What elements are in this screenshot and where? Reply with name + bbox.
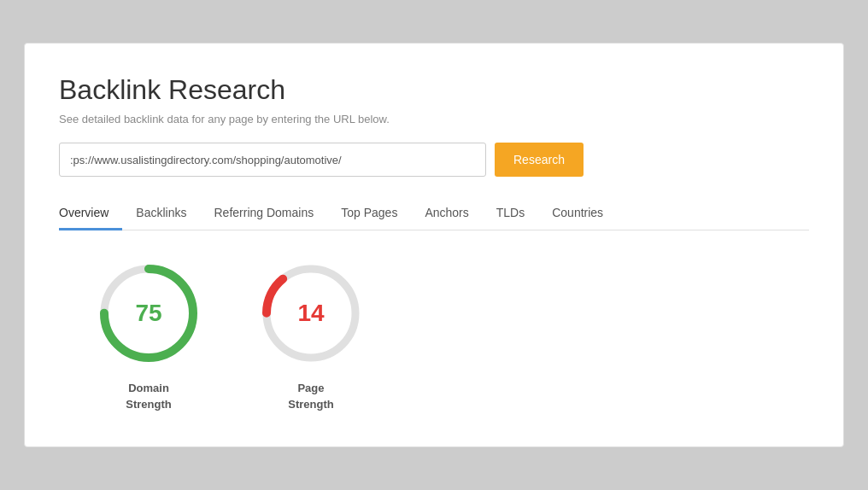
tab-tlds[interactable]: TLDs (483, 197, 538, 230)
main-card: Backlink Research See detailed backlink … (24, 43, 844, 446)
domain-strength-value: 75 (135, 300, 161, 327)
page-title: Backlink Research (59, 74, 809, 106)
url-input[interactable] (59, 143, 486, 177)
page-subtitle: See detailed backlink data for any page … (59, 113, 809, 125)
domain-strength-gauge: 75 (93, 258, 204, 369)
page-strength-label: PageStrength (288, 381, 333, 411)
tab-backlinks[interactable]: Backlinks (122, 197, 200, 230)
page-strength-gauge: 14 (255, 258, 367, 369)
research-button[interactable]: Research (495, 143, 584, 177)
page-strength-value: 14 (297, 300, 324, 327)
tabs-nav: Overview Backlinks Referring Domains Top… (59, 197, 809, 230)
domain-strength-metric: 75 DomainStrength (93, 258, 204, 411)
tab-top-pages[interactable]: Top Pages (327, 197, 411, 230)
tab-anchors[interactable]: Anchors (411, 197, 482, 230)
page-strength-metric: 14 PageStrength (255, 258, 367, 411)
tab-referring-domains[interactable]: Referring Domains (201, 197, 328, 230)
tab-overview[interactable]: Overview (59, 197, 122, 230)
tab-countries[interactable]: Countries (538, 197, 617, 230)
domain-strength-label: DomainStrength (126, 381, 171, 411)
search-row: Research (59, 143, 809, 177)
metrics-row: 75 DomainStrength 14 PageStrength (59, 258, 809, 411)
